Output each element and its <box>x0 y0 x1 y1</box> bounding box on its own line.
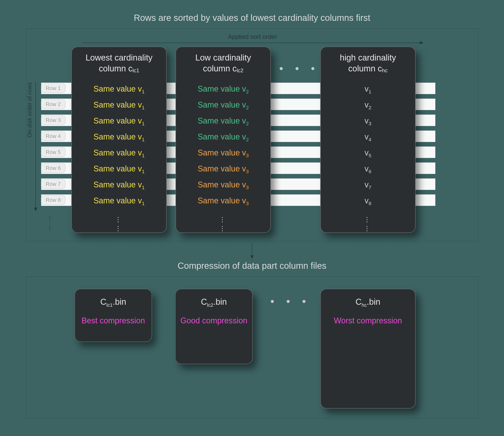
cell-value: v6 <box>321 164 415 175</box>
column-card-lc2: Low cardinality column clc2 Same value v… <box>176 46 271 233</box>
column-header-lc1: Lowest cardinality column clc1 <box>72 47 166 74</box>
row-label: Row 4 <box>41 131 65 141</box>
row-label: Row 7 <box>41 179 65 189</box>
connector-arrow-icon <box>252 243 252 258</box>
row-label: Row 1 <box>41 83 65 93</box>
cell-value: v1 <box>321 84 415 95</box>
cell-value: Same value v1 <box>72 148 166 158</box>
cell-value: Same value v2 <box>176 84 270 95</box>
cell-value: Same value v2 <box>176 116 270 127</box>
cell-value: Same value v1 <box>72 196 166 206</box>
bin-card-lc2: Clc2.bin Good compression <box>175 289 253 364</box>
vdots-icon: ⋮ <box>176 224 270 232</box>
vdots-icon: ⋮ <box>321 215 415 223</box>
cell-value: Same value v2 <box>176 100 270 111</box>
column-card-hc: high cardinality column chc v1v2v3v4v5v6… <box>320 46 415 233</box>
column-card-lc1: Lowest cardinality column clc1 Same valu… <box>71 46 167 233</box>
cell-value: Same value v2 <box>176 132 270 143</box>
cell-value: v4 <box>321 132 415 143</box>
on-disk-order-arrow <box>36 82 36 211</box>
bin-compression-desc: Best compression <box>75 315 152 325</box>
row-label: Row 6 <box>41 163 65 173</box>
on-disk-order-label: On-disk order of rows <box>26 82 33 138</box>
row-label: Row 5 <box>41 148 65 157</box>
cell-value: Same value v1 <box>72 164 166 175</box>
hdots-icon: • • • <box>270 295 310 308</box>
sort-order-arrow <box>82 43 423 43</box>
cell-value: v5 <box>321 148 415 158</box>
vdots-icon: ⋮ <box>46 224 53 232</box>
top-section-title: Rows are sorted by values of lowest card… <box>0 13 504 23</box>
cell-value: v2 <box>321 100 415 111</box>
cell-value: v8 <box>321 196 415 206</box>
column-header-hc: high cardinality column chc <box>321 47 415 74</box>
cell-value: Same value v3 <box>176 164 270 175</box>
vdots-icon: ⋮ <box>321 224 415 232</box>
vdots-icon: ⋮ <box>72 215 166 223</box>
row-label: Row 2 <box>41 100 65 109</box>
column-header-lc2: Low cardinality column clc2 <box>176 47 270 74</box>
cell-value: Same value v1 <box>72 180 166 191</box>
cell-value: Same value v1 <box>72 100 166 111</box>
row-label: Row 3 <box>41 116 65 125</box>
bin-compression-desc: Worst compression <box>321 315 415 325</box>
cell-value: v7 <box>321 180 415 191</box>
cell-value: Same value v1 <box>72 84 166 95</box>
row-label: Row 8 <box>41 195 65 205</box>
cell-value: Same value v3 <box>176 196 270 206</box>
vdots-icon: ⋮ <box>176 215 270 223</box>
vdots-icon: ⋮ <box>46 215 53 223</box>
bin-compression-desc: Good compression <box>176 315 252 325</box>
cell-value: Same value v3 <box>176 148 270 158</box>
bin-filename: Chc.bin <box>321 297 415 308</box>
bin-filename: Clc1.bin <box>75 297 152 308</box>
bin-filename: Clc2.bin <box>176 297 252 308</box>
cell-value: Same value v1 <box>72 132 166 143</box>
cell-value: v3 <box>321 116 415 127</box>
vdots-icon: ⋮ <box>72 224 166 232</box>
bin-card-hc: Chc.bin Worst compression <box>320 289 415 408</box>
cell-value: Same value v1 <box>72 116 166 127</box>
sort-order-label: Applied sort order <box>82 33 423 40</box>
bin-card-lc1: Clc1.bin Best compression <box>74 289 152 342</box>
cell-value: Same value v3 <box>176 180 270 191</box>
hdots-icon: • • • <box>279 62 319 75</box>
compression-section-title: Compression of data part column files <box>0 261 504 271</box>
